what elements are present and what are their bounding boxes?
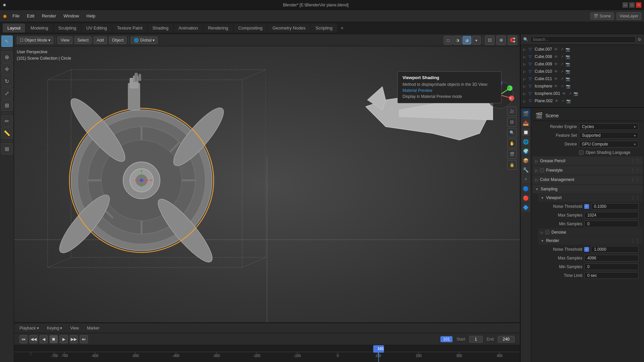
scene-properties-tab[interactable]: 🌐 (522, 137, 530, 146)
play-btn[interactable]: ▶ (60, 335, 68, 343)
vp-max-samples-value[interactable]: 1024 (584, 212, 639, 219)
view-layer-tab[interactable]: 🔲 (522, 128, 530, 137)
tool-measure[interactable]: 📏 (1, 127, 13, 139)
start-frame-input[interactable] (469, 336, 483, 343)
end-frame-input[interactable] (498, 336, 515, 343)
particle-properties-tab[interactable]: ⚬ (522, 175, 530, 184)
tab-layout[interactable]: Layout (3, 23, 25, 33)
vp-noise-threshold-checkbox[interactable]: ✓ (584, 204, 589, 209)
render-vis-icon[interactable]: 📷 (566, 55, 570, 59)
visibility-icon[interactable]: 👁 (553, 62, 558, 66)
lock-btn[interactable]: 🔒 (507, 160, 517, 170)
physics-properties-tab[interactable]: 🔵 (522, 184, 530, 193)
tab-animation[interactable]: Animation (174, 23, 203, 33)
grease-pencil-header[interactable]: ▷ Grease Pencil ⋮⋮ (533, 157, 643, 165)
viewlayer-selector[interactable]: ViewLayer (616, 12, 641, 20)
data-properties-tab[interactable]: 🔷 (522, 203, 530, 212)
world-properties-tab[interactable]: 🌍 (522, 147, 530, 156)
tab-rendering[interactable]: Rendering (203, 23, 233, 33)
outliner-item-cube009[interactable]: ▷ ▽ Cube.009 👁 ↗ 📷 (521, 60, 644, 68)
render-vis-icon[interactable]: 📷 (574, 92, 578, 96)
add-workspace-btn[interactable]: + (338, 24, 346, 33)
render-engine-dropdown[interactable]: Cycles ▾ (579, 123, 639, 130)
local-view-btn[interactable]: ⊡ (507, 117, 517, 127)
render-vis-icon[interactable]: 📷 (566, 77, 570, 81)
tab-texture-paint[interactable]: Texture Paint (112, 23, 147, 33)
open-shading-checkbox[interactable] (579, 150, 584, 155)
marker-menu[interactable]: Marker (84, 325, 102, 331)
menu-window[interactable]: Window (60, 12, 82, 20)
tab-shading[interactable]: Shading (148, 23, 173, 33)
visibility-icon[interactable]: 👁 (554, 84, 558, 88)
material-properties-tab[interactable]: 🔴 (522, 194, 530, 202)
tab-uv-editing[interactable]: UV Editing (82, 23, 111, 33)
tool-annotate[interactable]: ✏ (1, 115, 13, 127)
tool-move[interactable]: ✛ (1, 63, 13, 75)
object-menu[interactable]: Object (109, 37, 127, 44)
section-options[interactable]: ⋮⋮ (631, 195, 640, 200)
viewport-mode-btn[interactable]: ☐ Object Mode ▾ (17, 37, 53, 44)
gizmo-btn[interactable]: ⊕ (496, 36, 506, 45)
view-menu[interactable]: View (58, 37, 72, 44)
section-options[interactable]: ⋮⋮ (631, 168, 640, 173)
render-noise-threshold-checkbox[interactable]: ✓ (584, 247, 589, 252)
shade-wireframe[interactable]: ◻ (444, 36, 452, 45)
menu-edit[interactable]: Edit (23, 12, 38, 20)
outliner-item-icosphere001[interactable]: ▷ ▽ Icosphere.001 👁 ↗ 📷 (521, 90, 644, 97)
freestyle-checkbox[interactable] (540, 168, 544, 172)
visibility-icon[interactable]: 👁 (553, 55, 558, 59)
select-vis-icon[interactable]: ↗ (559, 69, 564, 74)
playback-menu[interactable]: Playback ▾ (17, 325, 42, 331)
outliner-item-cube011[interactable]: ▷ ▽ Cube.011 👁 ↗ 📷 (521, 75, 644, 82)
outliner-item-cube008[interactable]: ▷ ▽ Cube.008 👁 ↗ 📷 (521, 53, 644, 60)
shade-solid[interactable]: ◑ (453, 36, 462, 45)
select-vis-icon[interactable]: ↗ (559, 47, 564, 52)
timeline-ruler[interactable]: -700 -700 -700 -600 -500 -400 -300 -200 … (14, 345, 520, 362)
overlay-btn[interactable]: ⊡ (485, 36, 494, 45)
tool-select[interactable]: ↖ (1, 36, 13, 47)
section-options[interactable]: ⋮⋮ (631, 238, 640, 243)
render-properties-tab[interactable]: 🎬 (522, 109, 530, 118)
outliner-item-cube010[interactable]: ▷ ▽ Cube.010 👁 ↗ 📷 (521, 68, 644, 75)
object-properties-tab[interactable]: 📦 (522, 156, 530, 165)
prev-keyframe-btn[interactable]: ◀◀ (30, 335, 38, 343)
render-vis-icon[interactable]: 📷 (566, 69, 570, 74)
render-vis-icon[interactable]: 📷 (566, 84, 571, 88)
tool-rotate[interactable]: ↻ (1, 75, 13, 87)
vp-noise-threshold-value[interactable]: 0.1000 (591, 203, 639, 210)
feature-set-dropdown[interactable]: Supported ▾ (579, 132, 639, 139)
jump-start-btn[interactable]: ⏮ (19, 335, 28, 343)
stop-btn[interactable]: ⏹ (50, 335, 58, 343)
tool-add[interactable]: ⊞ (1, 143, 13, 155)
render-vis-icon[interactable]: 📷 (566, 62, 570, 66)
freestyle-header[interactable]: ▷ Freestyle ⋮⋮ (533, 166, 643, 175)
denoise-sub-header[interactable]: ▷ Denoise (538, 228, 643, 236)
vp-min-samples-value[interactable]: 0 (584, 221, 639, 227)
tab-geometry-nodes[interactable]: Geometry Nodes (268, 23, 310, 33)
tab-sculpting[interactable]: Sculpting (54, 23, 81, 33)
select-menu[interactable]: Select (74, 37, 92, 44)
visibility-icon[interactable]: 👁 (561, 92, 566, 96)
select-vis-icon[interactable]: ↗ (559, 77, 564, 81)
add-menu[interactable]: Add (94, 37, 107, 44)
menu-file[interactable]: File (9, 12, 23, 20)
output-properties-tab[interactable]: 📤 (522, 119, 530, 127)
render-vis-icon[interactable]: 📷 (566, 47, 570, 52)
select-vis-icon[interactable]: ↗ (568, 92, 572, 96)
next-keyframe-btn[interactable]: ▶▶ (70, 335, 78, 343)
visibility-icon[interactable]: 👁 (554, 99, 559, 103)
visibility-icon[interactable]: 👁 (553, 77, 558, 81)
render-noise-threshold-value[interactable]: 1.0000 (591, 246, 639, 253)
section-options[interactable]: ⋮⋮ (631, 177, 640, 182)
section-options[interactable]: ⋮⋮ (631, 158, 640, 164)
outliner-search-input[interactable] (530, 36, 636, 43)
pan-btn[interactable]: ✋ (507, 139, 517, 148)
shade-render[interactable]: ● (472, 36, 481, 45)
render-min-samples-value[interactable]: 0 (584, 263, 639, 270)
visibility-icon[interactable]: 👁 (553, 47, 558, 51)
tool-cursor[interactable]: ⊕ (1, 51, 13, 63)
snapping-btn[interactable]: 🧲 (508, 36, 517, 45)
camera-view-btn[interactable]: 🎥 (507, 107, 517, 116)
denoise-checkbox[interactable] (545, 230, 549, 234)
select-vis-icon[interactable]: ↗ (559, 62, 564, 66)
